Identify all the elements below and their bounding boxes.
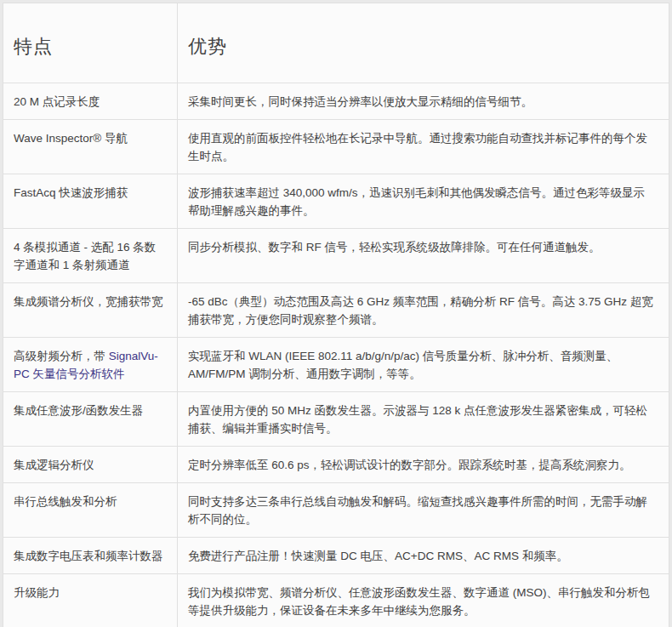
- benefit-cell: -65 dBc（典型）动态范围及高达 6 GHz 频率范围，精确分析 RF 信号…: [178, 283, 669, 338]
- feature-cell: 高级射频分析，带 SignalVu-PC 矢量信号分析软件: [3, 338, 178, 392]
- table-row-channels: 4 条模拟通道 - 选配 16 条数字通道和 1 条射频通道 同步分析模拟、数字…: [3, 229, 669, 283]
- feature-cell: FastAcq 快速波形捕获: [3, 174, 178, 229]
- feature-cell: 20 M 点记录长度: [3, 83, 178, 120]
- benefit-cell: 采集时间更长，同时保持适当分辨率以便放大显示精细的信号细节。: [178, 83, 669, 120]
- table-row-fastacq: FastAcq 快速波形捕获 波形捕获速率超过 340,000 wfm/s，迅速…: [3, 174, 669, 229]
- header-row: 特点 优势: [3, 3, 669, 83]
- benefit-cell: 定时分辨率低至 60.6 ps，轻松调试设计的数字部分。跟踪系统时基，提高系统洞…: [178, 447, 669, 483]
- feature-text: 高级射频分析，带: [14, 350, 109, 362]
- table-row-spectrum-analyzer: 集成频谱分析仪，宽捕获带宽 -65 dBc（典型）动态范围及高达 6 GHz 频…: [3, 283, 669, 338]
- benefit-cell: 免费进行产品注册！快速测量 DC 电压、AC+DC RMS、AC RMS 和频率…: [178, 538, 669, 574]
- benefit-cell: 内置使用方便的 50 MHz 函数发生器。示波器与 128 k 点任意波形发生器…: [178, 392, 669, 447]
- benefit-cell: 我们为模拟带宽、频谱分析仪、任意波形函数发生器、数字通道 (MSO)、串行触发和…: [178, 574, 669, 627]
- features-benefits-table: 特点 优势 20 M 点记录长度 采集时间更长，同时保持适当分辨率以便放大显示精…: [3, 3, 669, 627]
- table-row-serial-bus: 串行总线触发和分析 同时支持多达三条串行总线自动触发和解码。缩短查找感兴趣事件所…: [3, 483, 669, 538]
- table-row-logic-analyzer: 集成逻辑分析仪 定时分辨率低至 60.6 ps，轻松调试设计的数字部分。跟踪系统…: [3, 447, 669, 483]
- feature-cell: 集成任意波形/函数发生器: [3, 392, 178, 447]
- benefit-cell: 同时支持多达三条串行总线自动触发和解码。缩短查找感兴趣事件所需的时间，无需手动解…: [178, 483, 669, 538]
- table-row-upgradability: 升级能力 我们为模拟带宽、频谱分析仪、任意波形函数发生器、数字通道 (MSO)、…: [3, 574, 669, 627]
- table-row-rf-analysis: 高级射频分析，带 SignalVu-PC 矢量信号分析软件 实现蓝牙和 WLAN…: [3, 338, 669, 392]
- benefit-cell: 同步分析模拟、数字和 RF 信号，轻松实现系统级故障排除。可在任何通道触发。: [178, 229, 669, 283]
- column-header-feature: 特点: [3, 3, 178, 83]
- feature-cell: 集成频谱分析仪，宽捕获带宽: [3, 283, 178, 338]
- feature-cell: 4 条模拟通道 - 选配 16 条数字通道和 1 条射频通道: [3, 229, 178, 283]
- feature-cell: 集成数字电压表和频率计数器: [3, 538, 178, 574]
- product-spec-page: 特点 优势 20 M 点记录长度 采集时间更长，同时保持适当分辨率以便放大显示精…: [0, 0, 672, 627]
- benefit-cell: 使用直观的前面板控件轻松地在长记录中导航。通过搜索功能自动查找并标记事件的每个发…: [178, 120, 669, 174]
- feature-cell: 串行总线触发和分析: [3, 483, 178, 538]
- table-row-wave-inspector: Wave Inspector® 导航 使用直观的前面板控件轻松地在长记录中导航。…: [3, 120, 669, 174]
- feature-cell: 集成逻辑分析仪: [3, 447, 178, 483]
- table-row-voltmeter-counter: 集成数字电压表和频率计数器 免费进行产品注册！快速测量 DC 电压、AC+DC …: [3, 538, 669, 574]
- table-row-record-length: 20 M 点记录长度 采集时间更长，同时保持适当分辨率以便放大显示精细的信号细节…: [3, 83, 669, 120]
- feature-cell: 升级能力: [3, 574, 178, 627]
- benefit-cell: 波形捕获速率超过 340,000 wfm/s，迅速识别毛刺和其他偶发瞬态信号。通…: [178, 174, 669, 229]
- feature-cell: Wave Inspector® 导航: [3, 120, 178, 174]
- column-header-benefit: 优势: [178, 3, 669, 83]
- benefit-cell: 实现蓝牙和 WLAN (IEEE 802.11 a/b/g/n/p/ac) 信号…: [178, 338, 669, 392]
- table-row-arbitrary-function-generator: 集成任意波形/函数发生器 内置使用方便的 50 MHz 函数发生器。示波器与 1…: [3, 392, 669, 447]
